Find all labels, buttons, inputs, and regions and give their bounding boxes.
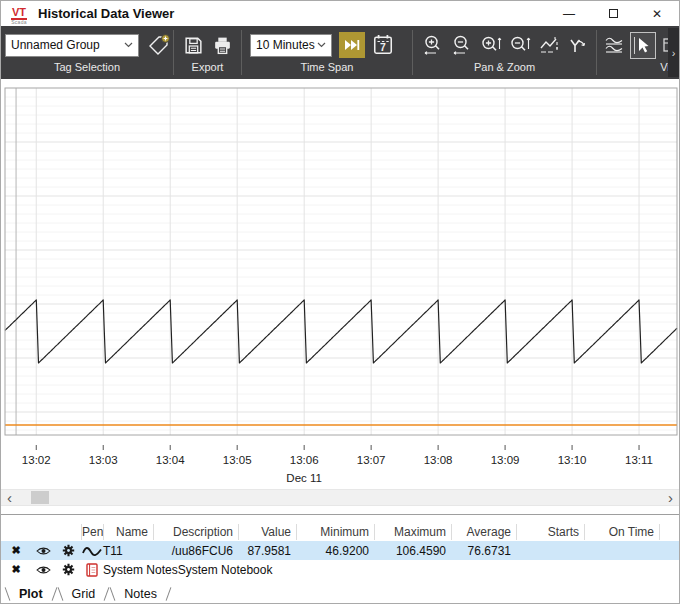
pen-table: Pen Name Description Value Minimum Maxim…: [1, 522, 679, 579]
pen-row-system-notes[interactable]: ✖: [1, 560, 679, 579]
waveform-pen-icon: [82, 545, 102, 557]
pen-panel: Pen Name Description Value Minimum Maxim…: [1, 514, 679, 604]
chart-area: 13:0213:0313:0413:0513:0613:0713:0813:09…: [1, 79, 679, 514]
zoom-out-value-icon: [509, 34, 531, 56]
zoom-out-time-button[interactable]: [451, 34, 473, 56]
scrollbar-thumb[interactable]: [31, 491, 49, 504]
svg-text:13:08: 13:08: [424, 454, 453, 466]
tag-group-combobox[interactable]: Unnamed Group: [5, 34, 139, 57]
col-on-time: On Time: [584, 524, 659, 540]
pen-average: 76.6731: [451, 544, 516, 558]
eye-icon: [36, 565, 51, 575]
pen-row-t11[interactable]: ✖: [1, 541, 679, 560]
time-scrollbar[interactable]: ‹ ›: [1, 489, 679, 506]
chevron-down-icon: [317, 42, 326, 48]
time-span-combobox[interactable]: 10 Minutes: [250, 34, 332, 57]
bottom-tab-bar: Plot Grid Notes: [1, 583, 679, 604]
cursor-icon: [636, 37, 650, 54]
notes-name: System Notes: [103, 563, 178, 577]
chevron-right-icon: ›: [672, 47, 676, 59]
toolbar-expand-button[interactable]: ›: [668, 28, 679, 77]
add-tag-button[interactable]: [147, 33, 171, 57]
svg-text:13:09: 13:09: [491, 454, 520, 466]
minimize-icon: —: [563, 7, 575, 21]
scroll-right-button[interactable]: ›: [662, 490, 679, 505]
jump-to-now-button[interactable]: [339, 32, 365, 58]
tag-selection-group: Unnamed Group Tag Selection: [1, 26, 173, 79]
stacked-plots-icon: [603, 35, 626, 56]
reset-zoom-button[interactable]: [538, 34, 560, 56]
visibility-toggle[interactable]: [31, 546, 56, 556]
svg-text:13:02: 13:02: [22, 454, 51, 466]
pan-zoom-label: Pan & Zoom: [413, 61, 596, 73]
export-label: Export: [174, 61, 241, 73]
close-button[interactable]: ✕: [635, 1, 679, 26]
svg-text:13:06: 13:06: [290, 454, 319, 466]
calendar-icon: 7: [372, 34, 394, 56]
svg-text:13:07: 13:07: [357, 454, 386, 466]
title-bar: VT Scada Historical Data Viewer — ✕: [1, 1, 679, 26]
pen-style-button[interactable]: [81, 545, 103, 557]
reset-y-axis-button[interactable]: [567, 35, 587, 55]
notebook-button[interactable]: [81, 563, 103, 577]
zoom-in-value-button[interactable]: [480, 34, 502, 56]
pen-name: T11: [103, 544, 153, 558]
gear-icon: [62, 563, 75, 576]
pen-value: 87.9581: [238, 544, 296, 558]
eye-icon: [36, 546, 51, 556]
col-maximum: Maximum: [374, 524, 451, 540]
svg-text:13:05: 13:05: [223, 454, 252, 466]
zoom-in-value-icon: [480, 34, 502, 56]
pointer-mode-button[interactable]: [630, 32, 656, 59]
zoom-in-time-icon: [422, 34, 444, 56]
export-save-button[interactable]: [183, 35, 204, 56]
col-pen: Pen: [81, 524, 103, 540]
view-group: View: [597, 26, 679, 79]
svg-text:13:11: 13:11: [625, 454, 653, 466]
col-value: Value: [238, 524, 296, 540]
tab-grid[interactable]: Grid: [61, 587, 107, 601]
time-span-label: Time Span: [242, 61, 412, 73]
col-minimum: Minimum: [296, 524, 374, 540]
notebook-icon: [86, 563, 98, 577]
maximize-button[interactable]: [591, 1, 635, 26]
zoom-in-time-button[interactable]: [422, 34, 444, 56]
maximize-icon: [609, 9, 618, 18]
visibility-toggle[interactable]: [31, 565, 56, 575]
printer-icon: [212, 35, 233, 56]
chevron-down-icon: [124, 42, 133, 48]
pointer-mode-divider: [634, 37, 635, 54]
view-label: View: [597, 61, 679, 73]
pan-zoom-group: Pan & Zoom: [413, 26, 596, 79]
fast-forward-icon: [344, 39, 360, 51]
zoom-out-value-button[interactable]: [509, 34, 531, 56]
scroll-left-button[interactable]: ‹: [1, 490, 18, 505]
export-group: Export: [174, 26, 241, 79]
zoom-out-time-icon: [451, 34, 473, 56]
vtscada-logo-icon: VT Scada: [7, 3, 31, 25]
pick-date-button[interactable]: 7: [372, 34, 394, 56]
col-name: Name: [103, 524, 153, 540]
tab-notes[interactable]: Notes: [113, 587, 168, 601]
svg-text:Dec 11: Dec 11: [286, 472, 322, 484]
pen-maximum: 106.4590: [374, 544, 451, 558]
svg-text:13:04: 13:04: [156, 454, 185, 466]
remove-pen-button[interactable]: ✖: [1, 544, 31, 557]
tag-add-icon: [147, 33, 171, 57]
y-axis-undo-icon: [567, 35, 587, 55]
pen-description: /uu86FCU6: [153, 544, 238, 558]
remove-pen-button[interactable]: ✖: [1, 563, 31, 576]
tab-plot[interactable]: Plot: [8, 587, 54, 601]
minimize-button[interactable]: —: [547, 1, 591, 26]
gear-icon: [62, 544, 75, 557]
export-print-button[interactable]: [212, 35, 233, 56]
pen-minimum: 46.9200: [296, 544, 374, 558]
stacked-plots-button[interactable]: [603, 35, 626, 56]
pen-settings-button[interactable]: [56, 563, 81, 576]
svg-text:13:10: 13:10: [558, 454, 587, 466]
window-title: Historical Data Viewer: [38, 6, 547, 21]
history-plot[interactable]: 13:0213:0313:0413:0513:0613:0713:0813:09…: [1, 79, 680, 488]
historical-data-viewer-window: VT Scada Historical Data Viewer — ✕ Unna…: [0, 0, 680, 604]
pen-settings-button[interactable]: [56, 544, 81, 557]
tag-selection-label: Tag Selection: [1, 61, 173, 73]
